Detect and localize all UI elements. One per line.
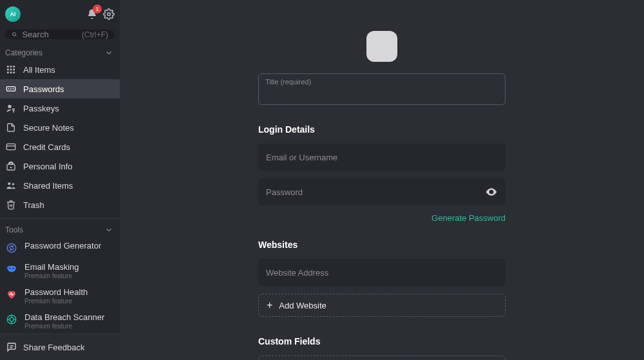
svg-point-21 <box>8 183 10 185</box>
add-field-button[interactable]: + Add Field <box>258 355 506 360</box>
svg-rect-10 <box>10 72 12 74</box>
tool-title: Data Breach Scanner <box>24 312 104 322</box>
trash-icon <box>5 199 17 211</box>
svg-point-13 <box>8 89 10 90</box>
svg-rect-9 <box>7 72 9 74</box>
search-icon <box>12 30 17 39</box>
gear-icon <box>103 8 115 20</box>
svg-point-34 <box>490 191 492 193</box>
websites-heading: Websites <box>258 240 506 250</box>
svg-rect-4 <box>10 66 12 68</box>
search-input[interactable] <box>22 30 77 39</box>
sidebar-item-label: Secure Notes <box>23 123 74 133</box>
sidebar-item-label: Shared Items <box>23 181 73 191</box>
chat-icon <box>6 342 17 352</box>
add-website-button[interactable]: + Add Website <box>258 294 506 317</box>
svg-point-14 <box>10 89 12 90</box>
divider <box>0 218 120 219</box>
password-icon <box>5 83 17 95</box>
tool-data-breach-scanner[interactable]: Data Breach Scanner Premium feature <box>0 308 120 334</box>
grid-icon <box>5 64 17 75</box>
svg-point-20 <box>10 167 12 169</box>
toggle-password-visibility[interactable] <box>485 185 498 198</box>
title-input[interactable] <box>265 87 498 97</box>
sidebar-item-credit-cards[interactable]: Credit Cards <box>0 137 120 156</box>
tools-label: Tools <box>5 225 23 234</box>
sidebar-item-passwords[interactable]: Passwords <box>0 79 120 99</box>
svg-point-1 <box>12 33 15 36</box>
sidebar-item-secure-notes[interactable]: Secure Notes <box>0 118 120 137</box>
avatar[interactable]: AI <box>5 6 21 22</box>
svg-point-15 <box>12 89 14 90</box>
notifications-button[interactable]: 1 <box>86 8 98 20</box>
note-icon <box>5 122 17 133</box>
website-field[interactable] <box>258 259 506 286</box>
svg-point-24 <box>9 267 10 269</box>
settings-button[interactable] <box>103 8 115 20</box>
search-field[interactable]: (Ctrl+F) <box>5 30 115 39</box>
sidebar-item-label: Passkeys <box>23 104 59 113</box>
sidebar-item-label: Credit Cards <box>23 142 70 152</box>
password-input[interactable] <box>266 187 485 197</box>
tool-email-masking[interactable]: Email Masking Premium feature <box>0 258 120 283</box>
sidebar-item-shared-items[interactable]: Shared Items <box>0 176 120 195</box>
email-input[interactable] <box>266 153 498 162</box>
eye-icon <box>485 185 498 198</box>
sidebar-item-label: Trash <box>23 200 44 210</box>
tools-header[interactable]: Tools <box>0 223 120 237</box>
sidebar-item-all-items[interactable]: All Items <box>0 60 120 79</box>
svg-point-25 <box>13 267 14 269</box>
feedback-label: Share Feedback <box>23 343 84 352</box>
website-input[interactable] <box>266 268 498 278</box>
svg-rect-11 <box>13 72 15 74</box>
person-icon <box>5 160 17 172</box>
passkey-icon <box>5 102 17 114</box>
svg-rect-6 <box>7 69 9 71</box>
svg-rect-8 <box>13 69 15 71</box>
login-details-heading: Login Details <box>258 124 506 135</box>
item-icon-placeholder[interactable] <box>366 31 397 62</box>
svg-point-17 <box>13 109 15 111</box>
svg-rect-5 <box>13 66 15 68</box>
tool-password-generator[interactable]: Password Generator <box>0 237 120 258</box>
tool-title: Email Masking <box>24 262 79 272</box>
svg-rect-7 <box>10 69 12 71</box>
password-field[interactable] <box>258 178 506 205</box>
tool-subtitle: Premium feature <box>24 323 104 330</box>
title-label: Title (required) <box>265 78 498 86</box>
generator-icon <box>5 242 18 254</box>
card-icon <box>5 141 17 153</box>
generate-password-row: Generate Password <box>258 213 506 223</box>
svg-point-22 <box>12 184 14 185</box>
svg-point-23 <box>7 243 16 252</box>
svg-point-27 <box>10 317 14 321</box>
title-field[interactable]: Title (required) <box>258 73 506 105</box>
health-icon <box>5 288 18 301</box>
custom-fields-heading: Custom Fields <box>258 336 506 346</box>
sidebar-item-label: Passwords <box>23 84 64 94</box>
sidebar-item-personal-info[interactable]: Personal Info <box>0 156 120 176</box>
chevron-down-icon <box>104 225 113 234</box>
plus-icon: + <box>267 300 272 310</box>
sidebar-item-trash[interactable]: Trash <box>0 195 120 214</box>
sidebar-item-passkeys[interactable]: Passkeys <box>0 99 120 118</box>
svg-point-16 <box>8 105 11 108</box>
chevron-down-icon <box>104 48 113 57</box>
search-hint: (Ctrl+F) <box>82 30 108 39</box>
email-field[interactable] <box>258 144 506 171</box>
tool-password-health[interactable]: Password Health Premium feature <box>0 283 120 308</box>
tool-subtitle: Premium feature <box>24 298 88 305</box>
svg-rect-18 <box>6 144 15 150</box>
svg-rect-3 <box>7 66 9 68</box>
share-feedback-button[interactable]: Share Feedback <box>0 334 120 360</box>
form-column: Title (required) Login Details Generate … <box>258 31 506 360</box>
tool-title: Password Generator <box>24 241 101 251</box>
mask-icon <box>5 263 18 276</box>
generate-password-link[interactable]: Generate Password <box>431 213 506 223</box>
sidebar-header: AI 1 <box>0 0 120 27</box>
sidebar-item-label: All Items <box>23 65 55 75</box>
categories-header[interactable]: Categories <box>0 46 120 60</box>
main-content: Title (required) Login Details Generate … <box>120 0 644 360</box>
tool-title: Password Health <box>24 287 88 297</box>
categories-label: Categories <box>5 48 43 57</box>
